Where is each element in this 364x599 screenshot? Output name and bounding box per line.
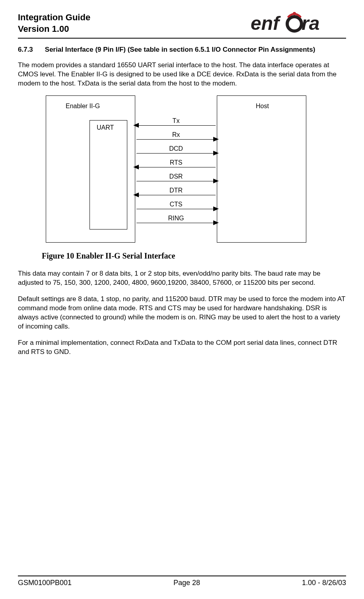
signal-label-ring: RING (133, 215, 219, 222)
page-header: Integration Guide Version 1.00 enf ra (18, 12, 346, 35)
arrow-rx (213, 137, 219, 142)
header-divider (18, 38, 346, 39)
signal-label-dsr: DSR (133, 173, 219, 180)
line-dcd (136, 153, 216, 154)
host-label: Host (256, 103, 269, 110)
signal-label-rts: RTS (133, 159, 219, 166)
arrow-dsr (213, 179, 219, 183)
signal-lines: Tx Rx DCD RTS DSR DTR (133, 117, 219, 229)
signal-label-rx: Rx (133, 131, 219, 138)
arrow-ring (213, 220, 219, 225)
page-footer: GSM0100PB001 Page 28 1.00 - 8/26/03 (18, 576, 346, 587)
line-rx (136, 139, 216, 140)
signal-rts: RTS (133, 159, 219, 173)
signal-cts: CTS (133, 201, 219, 215)
arrow-cts (213, 206, 219, 211)
arrow-dtr (133, 193, 139, 197)
signal-dtr: DTR (133, 187, 219, 201)
arrow-dcd (213, 151, 219, 156)
arrow-rts (133, 165, 139, 169)
signal-dcd: DCD (133, 145, 219, 159)
header-title-line2: Version 1.00 (18, 23, 90, 35)
footer-right: 1.00 - 8/26/03 (302, 579, 346, 587)
serial-interface-diagram: Enabler II-G UART Host Tx Rx DCD RTS DSR (46, 95, 316, 247)
signal-tx: Tx (133, 117, 219, 131)
section-number: 6.7.3 (18, 46, 33, 54)
line-dsr (136, 181, 216, 181)
signal-dsr: DSR (133, 173, 219, 187)
line-ring (136, 223, 216, 223)
line-dtr (136, 195, 216, 195)
host-box (217, 95, 306, 243)
uart-box (90, 120, 127, 229)
figure-caption: Figure 10 Enabler II-G Serial Interface (42, 251, 346, 261)
header-title-line1: Integration Guide (18, 12, 90, 23)
header-title-block: Integration Guide Version 1.00 (18, 12, 90, 35)
enabler-label: Enabler II-G (66, 103, 100, 110)
signal-label-dtr: DTR (133, 187, 219, 194)
section-title: Serial Interface (9 Pin I/F) (See table … (45, 46, 315, 54)
svg-point-2 (293, 12, 296, 15)
footer-left: GSM0100PB001 (18, 579, 72, 587)
footer-row: GSM0100PB001 Page 28 1.00 - 8/26/03 (18, 579, 346, 587)
enfora-logo: enf ra (251, 12, 346, 34)
signal-label-dcd: DCD (133, 145, 219, 152)
uart-label: UART (97, 124, 114, 131)
signal-label-tx: Tx (133, 117, 219, 124)
signal-label-cts: CTS (133, 201, 219, 208)
line-cts (136, 209, 216, 209)
svg-text:ra: ra (302, 13, 319, 34)
paragraph-4: For a minimal implementation, connect Rx… (18, 338, 346, 357)
footer-center: Page 28 (173, 579, 200, 587)
arrow-tx (133, 123, 139, 128)
signal-ring: RING (133, 215, 219, 229)
svg-text:enf: enf (251, 13, 281, 34)
paragraph-3: Default settings are 8 data, 1 stop, no … (18, 295, 346, 331)
line-tx (136, 125, 216, 126)
footer-divider (18, 576, 346, 576)
line-rts (136, 167, 216, 167)
paragraph-2: This data may contain 7 or 8 data bits, … (18, 269, 346, 288)
signal-rx: Rx (133, 131, 219, 145)
section-heading: 6.7.3 Serial Interface (9 Pin I/F) (See … (18, 46, 346, 54)
paragraph-1: The modem provides a standard 16550 UART… (18, 61, 346, 88)
